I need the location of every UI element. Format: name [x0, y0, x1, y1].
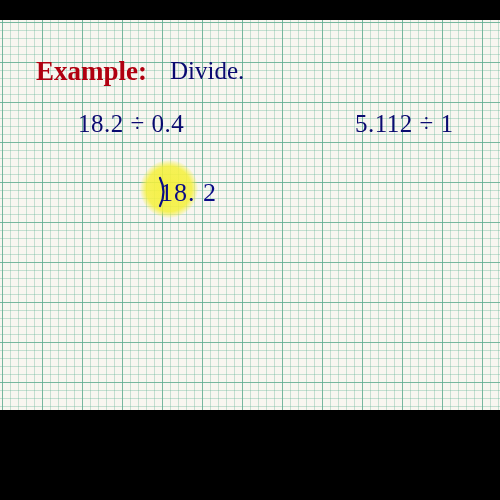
problem-2: 5.112 ÷ 1: [355, 110, 454, 138]
instruction-text: Divide.: [170, 57, 244, 85]
problem-1: 18.2 ÷ 0.4: [78, 110, 184, 138]
graph-paper: Example: Divide. 18.2 ÷ 0.4 5.112 ÷ 1 18…: [0, 20, 500, 410]
handwritten-dividend: 18. 2: [160, 178, 217, 208]
example-heading: Example:: [36, 56, 147, 87]
